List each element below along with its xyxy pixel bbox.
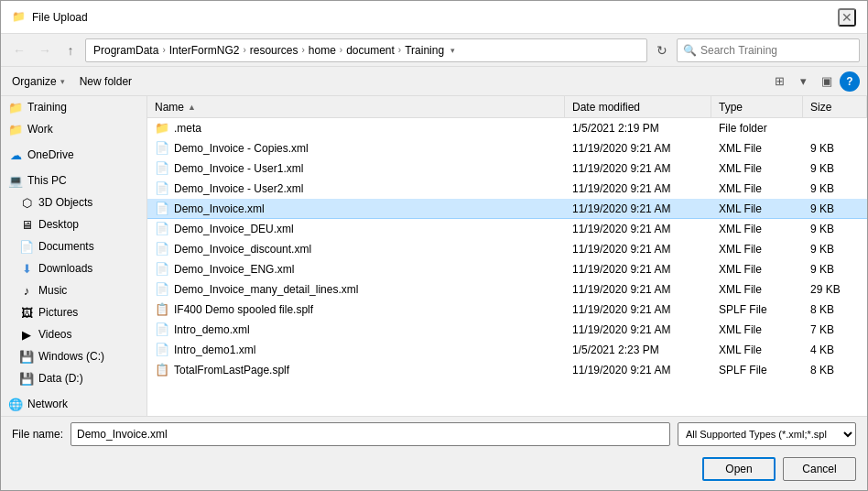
filename-input[interactable] xyxy=(71,422,670,446)
file-size xyxy=(803,118,867,137)
downloads-icon: ⬇ xyxy=(19,261,34,276)
sidebar-item-pictures[interactable]: 🖼 Pictures xyxy=(1,301,146,323)
table-row[interactable]: 📄 Demo_Invoice_ENG.xml 11/19/2020 9:21 A… xyxy=(147,259,867,279)
folder-icon: 📁 xyxy=(155,121,169,136)
file-size: 8 KB xyxy=(803,300,867,319)
sidebar-label: Network xyxy=(27,398,68,410)
view-dropdown-button[interactable]: ▾ xyxy=(792,71,814,93)
col-header-type[interactable]: Type xyxy=(711,96,803,118)
table-row[interactable]: 📄 Demo_Invoice - User2.xml 11/19/2020 9:… xyxy=(147,179,867,199)
table-row[interactable]: 📋 IF400 Demo spooled file.splf 11/19/202… xyxy=(147,300,867,320)
sort-arrow-icon: ▲ xyxy=(188,103,196,112)
open-button[interactable]: Open xyxy=(702,457,776,481)
table-row[interactable]: 📄 Demo_Invoice_discount.xml 11/19/2020 9… xyxy=(147,239,867,259)
drive-c-icon: 💾 xyxy=(19,349,34,364)
file-size: 9 KB xyxy=(803,239,867,258)
file-name: 📄 Intro_demo1.xml xyxy=(147,340,565,359)
file-date: 11/19/2020 9:21 AM xyxy=(565,360,711,379)
breadcrumb-dropdown-button[interactable]: ▾ xyxy=(446,39,459,61)
table-row[interactable]: 📄 Demo_Invoice - User1.xml 11/19/2020 9:… xyxy=(147,158,867,179)
file-name: 📄 Demo_Invoice_DEU.xml xyxy=(147,219,565,238)
file-upload-dialog: 📁 File Upload ✕ ← → ↑ ProgramData › Inte… xyxy=(0,0,868,491)
up-button[interactable]: ↑ xyxy=(60,39,81,61)
sidebar-item-desktop[interactable]: 🖥 Desktop xyxy=(1,213,146,235)
table-row[interactable]: 📄 Demo_Invoice_DEU.xml 11/19/2020 9:21 A… xyxy=(147,219,867,239)
col-type-label: Type xyxy=(719,101,743,114)
drive-d-icon: 💾 xyxy=(19,371,34,386)
breadcrumb-part-interformng2[interactable]: InterFormNG2 xyxy=(169,44,240,57)
sidebar-item-3dobjects[interactable]: ⬡ 3D Objects xyxy=(1,191,146,213)
splf-icon: 📋 xyxy=(155,302,169,317)
sidebar-item-documents[interactable]: 📄 Documents xyxy=(1,235,146,257)
filename-bar: File name: All Supported Types (*.xml;*.… xyxy=(1,416,867,452)
col-header-name[interactable]: Name ▲ xyxy=(147,96,565,118)
sidebar-label: OneDrive xyxy=(27,148,74,161)
cancel-button[interactable]: Cancel xyxy=(783,457,856,481)
col-header-date[interactable]: Date modified xyxy=(565,96,711,118)
xml-icon: 📄 xyxy=(155,161,169,176)
breadcrumb-part-training[interactable]: Training xyxy=(405,44,444,57)
xml-icon: 📄 xyxy=(155,181,169,196)
file-type: XML File xyxy=(711,179,803,198)
filetype-select[interactable]: All Supported Types (*.xml;*.spl xyxy=(678,422,856,446)
breadcrumb-part-resources[interactable]: resources xyxy=(250,44,298,57)
table-row[interactable]: 📄 Demo_Invoice.xml 11/19/2020 9:21 AM XM… xyxy=(147,199,867,219)
file-type: XML File xyxy=(711,138,803,158)
file-date: 11/19/2020 9:21 AM xyxy=(565,199,711,218)
sidebar-item-thispc[interactable]: 💻 This PC xyxy=(1,169,146,191)
new-folder-button[interactable]: New folder xyxy=(76,73,136,90)
file-type: XML File xyxy=(711,340,803,359)
sidebar-item-videos[interactable]: ▶ Videos xyxy=(1,323,146,345)
file-panel: Name ▲ Date modified Type Size 📁 .meta xyxy=(147,96,867,416)
file-size: 4 KB xyxy=(803,340,867,359)
view-buttons: ⊞ ▾ ▣ ? xyxy=(768,71,860,93)
organize-button[interactable]: Organize ▾ xyxy=(8,73,69,90)
file-type: File folder xyxy=(711,118,803,137)
file-type: XML File xyxy=(711,279,803,299)
sidebar-item-data-d[interactable]: 💾 Data (D:) xyxy=(1,367,146,389)
table-row[interactable]: 📁 .meta 1/5/2021 2:19 PM File folder xyxy=(147,118,867,138)
sidebar-label: Music xyxy=(38,284,67,297)
sidebar-item-windows-c[interactable]: 💾 Windows (C:) xyxy=(1,345,146,367)
xml-icon: 📄 xyxy=(155,262,169,277)
table-row[interactable]: 📄 Demo_Invoice - Copies.xml 11/19/2020 9… xyxy=(147,138,867,158)
close-button[interactable]: ✕ xyxy=(838,8,856,27)
xml-icon: 📄 xyxy=(155,322,169,337)
sidebar-item-onedrive[interactable]: ☁ OneDrive xyxy=(1,144,146,166)
sidebar-label: Data (D:) xyxy=(38,372,83,385)
table-row[interactable]: 📋 TotalFromLastPage.splf 11/19/2020 9:21… xyxy=(147,360,867,380)
sidebar-label: Work xyxy=(27,123,53,136)
xml-icon: 📄 xyxy=(155,343,169,357)
music-icon: ♪ xyxy=(19,283,34,298)
sidebar-label: 3D Objects xyxy=(38,196,92,209)
back-button[interactable]: ← xyxy=(8,39,30,61)
search-input[interactable] xyxy=(700,44,853,57)
forward-button[interactable]: → xyxy=(34,39,56,61)
file-size: 9 KB xyxy=(803,259,867,278)
xml-icon: 📄 xyxy=(155,141,169,156)
col-header-size[interactable]: Size xyxy=(803,96,867,118)
thispc-icon: 💻 xyxy=(8,173,23,188)
file-header: Name ▲ Date modified Type Size xyxy=(147,96,867,118)
sidebar-item-training[interactable]: 📁 Training xyxy=(1,96,146,118)
sidebar-label: Desktop xyxy=(38,218,79,231)
table-row[interactable]: 📄 Intro_demo.xml 11/19/2020 9:21 AM XML … xyxy=(147,320,867,340)
sidebar-item-downloads[interactable]: ⬇ Downloads xyxy=(1,257,146,279)
breadcrumb-part-home[interactable]: home xyxy=(309,44,336,57)
table-row[interactable]: 📄 Demo_Invoice_many_detail_lines.xml 11/… xyxy=(147,279,867,300)
help-button[interactable]: ? xyxy=(840,71,860,92)
organize-label: Organize xyxy=(12,75,57,88)
breadcrumb-part-document[interactable]: document xyxy=(346,44,395,57)
file-date: 11/19/2020 9:21 AM xyxy=(565,300,711,319)
table-row[interactable]: 📄 Intro_demo1.xml 1/5/2021 2:23 PM XML F… xyxy=(147,340,867,360)
refresh-button[interactable]: ↻ xyxy=(651,39,673,61)
splf-icon: 📋 xyxy=(155,363,169,377)
preview-button[interactable]: ▣ xyxy=(816,71,838,93)
sidebar-item-network[interactable]: 🌐 Network xyxy=(1,393,146,415)
network-icon: 🌐 xyxy=(8,397,23,411)
breadcrumb-part-programdata[interactable]: ProgramData xyxy=(93,44,158,57)
view-toggle-button[interactable]: ⊞ xyxy=(768,71,790,93)
sidebar-item-work[interactable]: 📁 Work xyxy=(1,118,146,140)
sidebar-item-music[interactable]: ♪ Music xyxy=(1,279,146,301)
file-date: 1/5/2021 2:19 PM xyxy=(565,118,711,137)
